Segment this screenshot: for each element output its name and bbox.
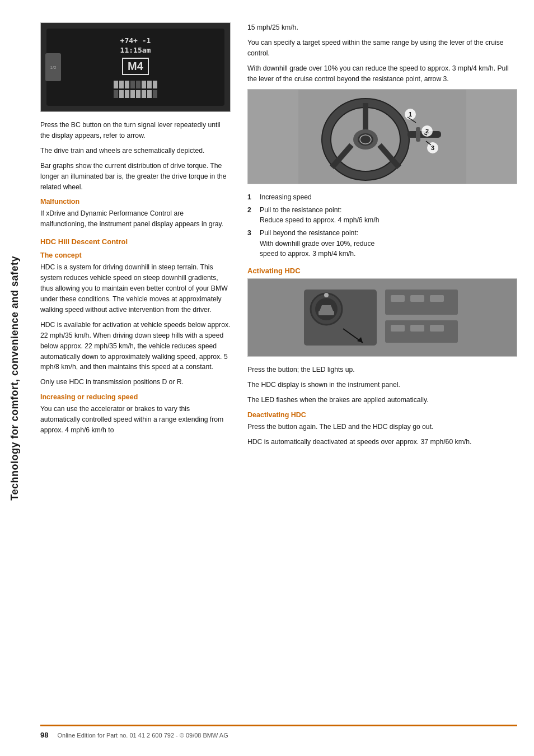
footer-text: Online Edition for Part no. 01 41 2 600 … (57, 732, 228, 739)
two-column-layout: +74+ -111:15am M4 (40, 22, 517, 452)
svg-rect-32 (410, 325, 424, 332)
increasing-text: You can use the accelerator or brakes to… (40, 404, 231, 436)
right-column: 15 mph/25 km/h. You can specify a target… (247, 22, 517, 452)
sidebar-label: Technology for comfort, convenience and … (9, 256, 21, 501)
list-num-1: 1 (247, 192, 255, 202)
concept-text1: HDC is a system for driving downhill in … (40, 262, 231, 315)
steering-wheel-image: 1 2 3 (247, 89, 517, 184)
bc-button-text: Press the BC button on the turn signal l… (40, 120, 231, 141)
sidebar-text-wrapper: Technology for comfort, convenience and … (0, 0, 29, 756)
malfunction-text: If xDrive and Dynamic Performance Contro… (40, 208, 231, 230)
increasing-subheading: Increasing or reducing speed (40, 393, 231, 401)
list-text-2: Pull to the resistance point:Reduce spee… (260, 205, 379, 226)
concept-text2: HDC is available for activation at vehic… (40, 320, 231, 373)
list-item-2: 2 Pull to the resistance point:Reduce sp… (247, 205, 517, 226)
footer: 98 Online Edition for Part no. 01 41 2 6… (40, 725, 517, 739)
list-text-1: Increasing speed (260, 192, 312, 202)
deactivating-text1: Press the button again. The LED and the … (247, 422, 517, 432)
malfunction-heading: Malfunction (40, 198, 231, 206)
dashboard-image: +74+ -111:15am M4 (40, 22, 231, 112)
hdc-button-image (247, 278, 517, 357)
hdc-heading: HDC Hill Descent Control (40, 237, 231, 246)
activating-text3: The LED flashes when the brakes are appl… (247, 395, 517, 405)
bargraph-text: Bar graphs show the current distribution… (40, 161, 231, 193)
svg-rect-28 (410, 295, 424, 302)
page-container: Technology for comfort, convenience and … (0, 0, 534, 756)
steering-numbered-list: 1 Increasing speed 2 Pull to the resista… (247, 192, 517, 259)
concept-subheading: The concept (40, 251, 231, 259)
svg-rect-24 (318, 311, 334, 315)
concept-text3: Only use HDC in transmission positions D… (40, 377, 231, 388)
left-column: +74+ -111:15am M4 (40, 22, 231, 452)
activating-text2: The HDC display is shown in the instrume… (247, 380, 517, 390)
sidebar: Technology for comfort, convenience and … (0, 0, 29, 756)
drivetrain-text: The drive train and wheels are schematic… (40, 146, 231, 156)
svg-point-25 (324, 293, 329, 297)
cruise-control-text1: You can specify a target speed within th… (247, 38, 517, 59)
svg-text:3: 3 (431, 144, 434, 151)
svg-rect-31 (391, 325, 405, 332)
list-item-1: 1 Increasing speed (247, 192, 517, 202)
list-num-2: 2 (247, 205, 255, 226)
svg-rect-27 (391, 295, 405, 302)
main-content: +74+ -111:15am M4 (29, 0, 534, 756)
activating-text1: Press the button; the LED lights up. (247, 365, 517, 375)
svg-rect-26 (385, 290, 458, 315)
list-num-3: 3 (247, 228, 255, 259)
svg-rect-29 (430, 295, 444, 302)
cruise-control-text2: With downhill grade over 10% you can red… (247, 63, 517, 85)
svg-rect-10 (416, 127, 420, 142)
page-number: 98 (40, 731, 48, 739)
deactivating-text2: HDC is automatically deactivated at spee… (247, 437, 517, 447)
svg-text:1: 1 (409, 111, 412, 118)
list-text-3: Pull beyond the resistance point:With do… (260, 228, 374, 259)
activating-heading: Activating HDC (247, 267, 517, 275)
list-item-3: 3 Pull beyond the resistance point:With … (247, 228, 517, 259)
svg-rect-33 (430, 325, 444, 332)
speed-text: 15 mph/25 km/h. (247, 22, 517, 33)
deactivating-heading: Deactivating HDC (247, 411, 517, 419)
svg-text:2: 2 (425, 128, 429, 134)
